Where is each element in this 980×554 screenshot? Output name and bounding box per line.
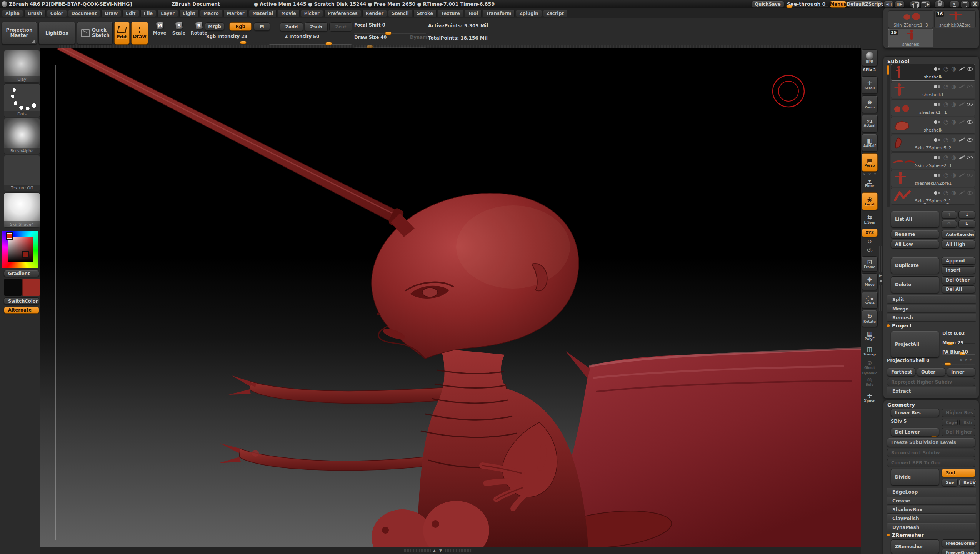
crescent-icon[interactable]: ◔ — [943, 84, 948, 90]
crescent-icon[interactable]: ◔ — [943, 172, 948, 178]
halftone-icon[interactable]: ◑ — [951, 84, 956, 90]
paintbrush-icon[interactable] — [959, 191, 964, 195]
default-zscript-button[interactable]: DefaultZScript — [848, 1, 882, 8]
paintbrush-icon[interactable] — [959, 174, 964, 177]
del-all-button[interactable]: Del All — [942, 285, 975, 293]
menu-zplugin[interactable]: Zplugin — [516, 10, 542, 17]
halftone-icon[interactable]: ◑ — [951, 102, 956, 107]
polypaint-icon[interactable] — [934, 103, 937, 106]
floor-button[interactable]: ▼Floor — [862, 176, 878, 191]
bottom-divider[interactable] — [404, 549, 431, 552]
menu-document[interactable]: Document — [68, 10, 100, 17]
quick-sketch-button[interactable]: Quick Sketch — [77, 22, 113, 45]
polypaint-icon[interactable] — [934, 85, 937, 88]
higher-res-button[interactable]: Higher Res — [942, 409, 975, 417]
cage-button[interactable]: Cage — [942, 419, 958, 426]
zremesher-section-header[interactable]: ZRemesher — [887, 532, 924, 538]
move-button[interactable]: M Move — [150, 22, 169, 36]
close-icon[interactable]: X — [971, 1, 979, 8]
menu-file[interactable]: File — [140, 10, 157, 17]
projection-master-button[interactable]: Projection Master — [2, 22, 37, 45]
tray-down-icon[interactable]: ▼ — [439, 549, 442, 552]
menu-stencil[interactable]: Stencil — [388, 10, 412, 17]
subtool-item[interactable]: ◔◑ Skin_ZSphere5_2 — [891, 135, 975, 152]
minimize-icon[interactable]: ▼ — [949, 1, 959, 8]
menu-edit[interactable]: Edit — [122, 10, 139, 17]
subtool-item[interactable]: ◔◑ shesheik — [891, 117, 975, 134]
auto-reorder-button[interactable]: AutoReorder — [942, 230, 975, 239]
menu-macro[interactable]: Macro — [200, 10, 222, 17]
suv-toggle[interactable]: Suv — [942, 479, 958, 486]
duplicate-button[interactable]: Duplicate — [891, 257, 939, 274]
spin-z-icon[interactable]: ↺z — [862, 247, 878, 253]
project-all-button[interactable]: ProjectAll — [891, 331, 939, 358]
zremesher-button[interactable]: ZRemesher — [891, 539, 939, 554]
crescent-icon[interactable]: ◔ — [943, 137, 948, 143]
menu-zscript[interactable]: Zscript — [543, 10, 567, 17]
geometry-header[interactable]: Geometry — [887, 402, 915, 408]
color-picker[interactable] — [2, 231, 38, 268]
subtool-header[interactable]: SubTool — [887, 58, 909, 64]
visibility-eye-icon[interactable] — [967, 156, 973, 159]
lsym-button[interactable]: ⇆L.Sym — [862, 212, 878, 227]
material-thumbnail[interactable]: SkinShade4 — [4, 192, 40, 228]
paintbrush-icon[interactable] — [959, 156, 964, 160]
persp-button[interactable]: ▤Persp — [862, 153, 878, 172]
zadd-button[interactable]: Zadd — [280, 22, 303, 32]
insert-button[interactable]: Insert — [942, 266, 975, 274]
halftone-icon[interactable]: ◑ — [951, 172, 956, 178]
stroke-thumbnail[interactable]: Dots — [4, 83, 40, 117]
del-lower-button[interactable]: Del Lower — [891, 428, 939, 436]
freeze-subdiv-button[interactable]: Freeze SubDivision Levels — [887, 438, 975, 447]
subtool-item[interactable]: ◔◑ shesheik1 — [891, 82, 975, 98]
visibility-eye-icon[interactable] — [967, 67, 973, 71]
polypaint-icon[interactable] — [934, 174, 937, 177]
crescent-icon[interactable]: ◔ — [943, 66, 948, 72]
menu-transform[interactable]: Transform — [483, 10, 515, 17]
tool-tile[interactable]: 16 sheshiekDAZpre — [934, 10, 976, 28]
menu-picker[interactable]: Picker — [301, 10, 323, 17]
zoom-button[interactable]: ⊕Zoom — [862, 95, 878, 113]
inner-button[interactable]: Inner — [947, 368, 975, 376]
xyz-button[interactable]: XYZ — [862, 229, 878, 237]
subtool-scroll-thumb[interactable] — [887, 65, 889, 75]
sv-square[interactable] — [8, 237, 33, 262]
delete-button[interactable]: Delete — [891, 276, 939, 293]
tray-up-icon[interactable]: ▲ — [433, 549, 436, 552]
hue-cursor[interactable] — [7, 233, 12, 239]
menu-light[interactable]: Light — [179, 10, 199, 17]
dynamesh-section[interactable]: DynaMesh — [887, 523, 976, 531]
tool-tile[interactable]: Skin_ZSphere1 _3 — [888, 10, 933, 28]
split-section[interactable]: Split — [887, 295, 976, 304]
crescent-icon[interactable]: ◔ — [943, 102, 948, 107]
bottom-divider-2[interactable] — [445, 549, 472, 552]
polypaint-icon[interactable] — [934, 191, 937, 195]
crescent-icon[interactable]: ◔ — [943, 190, 948, 196]
menu-render[interactable]: Render — [362, 10, 387, 17]
lower-res-button[interactable]: Lower Res — [891, 409, 939, 417]
halftone-icon[interactable]: ◑ — [951, 190, 956, 196]
dock-right-icon[interactable]: ▶ — [921, 1, 931, 8]
rgb-button[interactable]: Rgb — [229, 22, 252, 31]
shrink-right-icon[interactable]: |||▶ — [895, 1, 905, 8]
shadowbox-section[interactable]: ShadowBox — [887, 506, 976, 514]
halftone-icon[interactable]: ◑ — [951, 66, 956, 72]
shrink-left-icon[interactable]: ◀||| — [884, 1, 894, 8]
scale-button[interactable]: S Scale — [169, 22, 188, 36]
reuv-button[interactable]: ReUV — [959, 479, 975, 486]
convert-bpr-button[interactable]: Convert BPR To Geo — [887, 459, 975, 467]
restore-icon[interactable] — [960, 1, 970, 8]
halftone-icon[interactable]: ◑ — [951, 155, 956, 160]
polyframe-button[interactable]: ▦PolyF — [862, 329, 878, 343]
divide-button[interactable]: Divide — [891, 469, 939, 486]
gradient-button[interactable]: Gradient — [4, 270, 39, 277]
polypaint-icon[interactable] — [934, 156, 937, 159]
move-down-button[interactable]: ↓ — [958, 211, 975, 219]
spin-icon[interactable]: ↺ — [862, 239, 878, 245]
sv-cursor[interactable] — [23, 252, 28, 257]
splitter-close-icon[interactable]: ◀ — [879, 279, 882, 283]
menus-toggle-button[interactable]: Menus — [830, 1, 847, 8]
subtool-scrollbar[interactable] — [887, 64, 890, 207]
alternate-button[interactable]: Alternate — [4, 307, 39, 314]
polypaint-icon[interactable] — [934, 67, 937, 71]
